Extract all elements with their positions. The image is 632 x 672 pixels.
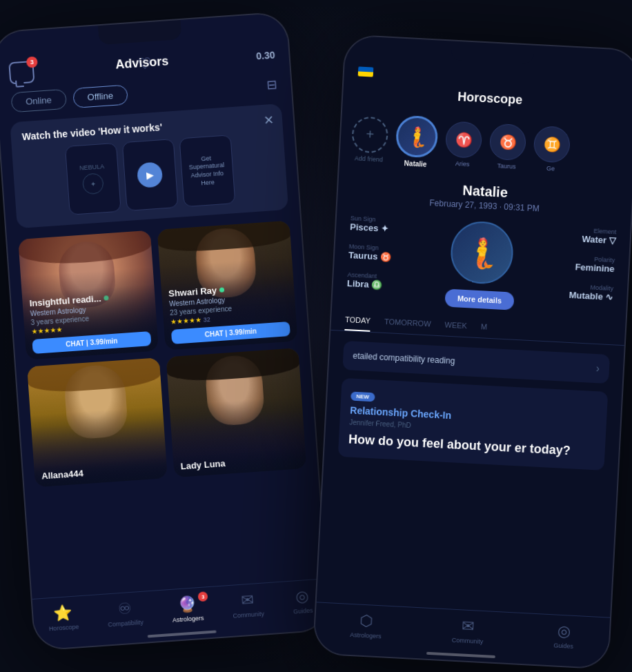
nav-community-right[interactable]: ✉ Community xyxy=(452,617,484,645)
tab-offline[interactable]: Offline xyxy=(72,85,128,108)
tab-tomorrow[interactable]: TOMORROW xyxy=(384,312,431,335)
online-indicator-2 xyxy=(219,287,224,292)
add-friend-label: Add friend xyxy=(355,155,383,163)
more-details-button[interactable]: More details xyxy=(444,289,514,310)
gemini-sign-button[interactable]: ♊ Ge xyxy=(533,125,571,172)
nav-guides[interactable]: ◎ Guides xyxy=(292,587,313,615)
advisor-card-2[interactable]: Shwari Ray Western Astrology 23 years ex… xyxy=(157,221,298,350)
community-nav-label: Community xyxy=(233,611,264,620)
phone-right: Horoscope + Add friend 🧜 Natalie xyxy=(313,34,632,669)
taurus-sign-button[interactable]: ♉ Taurus xyxy=(488,123,526,170)
phone-left-screen: 3 ♡ Advisors 0.30 Online Offline ⊟ Watch… xyxy=(0,12,329,650)
taurus-label: Taurus xyxy=(497,162,516,170)
compatibility-text: etailed compatibility reading xyxy=(353,351,455,366)
advisor-card-4[interactable]: Lady Luna xyxy=(166,348,307,477)
guides-right-icon: ◎ xyxy=(557,622,571,641)
phone-right-screen: Horoscope + Add friend 🧜 Natalie xyxy=(314,35,632,668)
bottom-nav-right: ⬡ Astrologers ✉ Community ◎ Guides xyxy=(314,602,610,668)
astro-right-col: Element Water ▽ Polarity Feminine Modali… xyxy=(520,224,616,302)
gemini-circle: ♊ xyxy=(533,125,571,163)
astro-center-col: 🧜 More details xyxy=(444,220,518,310)
aries-circle: ♈ xyxy=(445,121,483,159)
chat-badge: 3 xyxy=(26,57,38,68)
advisor-card-3[interactable]: Allana444 xyxy=(27,357,168,487)
phone-right-frame: Horoscope + Add friend 🧜 Natalie xyxy=(313,34,632,669)
avatar-ring: 🧜 xyxy=(395,115,439,159)
chat-icon-container[interactable]: 3 xyxy=(8,61,34,84)
avatar-name: Natalie xyxy=(404,159,426,168)
daily-content: etailed compatibility reading › NEW Rela… xyxy=(324,330,624,481)
bottom-nav-left: ⭐ Horoscope ♾ Compatibility 🔮 3 Astrolog… xyxy=(32,578,329,650)
close-banner-button[interactable]: ✕ xyxy=(263,112,274,128)
moon-sign-item: Moon sign Taurus ♉ xyxy=(348,243,442,265)
astrologers-right-icon: ⬡ xyxy=(359,612,373,631)
compatibility-arrow: › xyxy=(595,362,600,375)
add-circle-icon: + xyxy=(351,116,389,154)
astro-grid: Sun sign Pisces ✦ Moon sign Taurus ♉ Asc… xyxy=(332,208,631,322)
astrologers-nav-label: Astrologers xyxy=(172,615,204,624)
astrologers-right-label: Astrologers xyxy=(350,631,382,640)
center-mermaid-icon: 🧜 xyxy=(463,235,500,270)
play-button[interactable]: ▶ xyxy=(137,161,163,188)
ukraine-flag xyxy=(358,66,374,77)
astrologers-badge: 3 xyxy=(198,591,208,602)
polarity-item: Polarity Feminine xyxy=(521,252,615,274)
tab-today[interactable]: TODAY xyxy=(344,310,371,332)
center-avatar: 🧜 xyxy=(449,220,515,286)
tab-month[interactable]: M xyxy=(480,317,488,337)
page-title-left: Advisors xyxy=(115,54,169,72)
aries-sign-button[interactable]: ♈ Aries xyxy=(444,121,482,168)
phones-preview: NEBULA ✦ ▶ Get Supernatural Advisor xyxy=(23,132,277,218)
nav-compatibility[interactable]: ♾ Compatibility xyxy=(106,599,144,628)
horoscope-nav-icon: ⭐ xyxy=(53,604,73,623)
nav-guides-right[interactable]: ◎ Guides xyxy=(553,622,575,649)
advisor-card-1[interactable]: Insightful readi... Western Astrology 3 … xyxy=(18,230,159,360)
filter-icon[interactable]: ⊟ xyxy=(266,77,277,92)
guides-right-label: Guides xyxy=(553,642,573,649)
compatibility-nav-icon: ♾ xyxy=(117,600,132,618)
nav-astrologers[interactable]: 🔮 3 Astrologers xyxy=(171,595,204,624)
mini-phone-2: ▶ xyxy=(121,139,178,211)
new-badge: NEW xyxy=(350,392,375,402)
element-item: Element Water ▽ xyxy=(523,224,617,246)
guides-nav-label: Guides xyxy=(293,607,313,615)
phone-left: 3 ♡ Advisors 0.30 Online Offline ⊟ Watch… xyxy=(0,11,330,651)
community-right-label: Community xyxy=(452,637,484,645)
coins-display: 0.30 xyxy=(256,50,275,62)
astrologers-nav-icon: 🔮 xyxy=(177,595,197,614)
sun-sign-item: Sun sign Pisces ✦ xyxy=(350,215,444,237)
mini-phone-3: Get Supernatural Advisor Info Here xyxy=(179,135,235,207)
phone-left-frame: 3 ♡ Advisors 0.30 Online Offline ⊟ Watch… xyxy=(0,11,330,651)
astro-left-col: Sun sign Pisces ✦ Moon sign Taurus ♉ Asc… xyxy=(347,215,444,293)
community-nav-icon: ✉ xyxy=(241,591,255,610)
horoscope-nav-label: Horoscope xyxy=(48,623,79,632)
advisor-overlay-1: Insightful readi... Western Astrology 3 … xyxy=(22,284,159,360)
community-right-icon: ✉ xyxy=(462,617,475,635)
mini-phone-1: NEBULA ✦ xyxy=(64,143,121,215)
video-banner[interactable]: Watch the video 'How it works' ✕ NEBULA … xyxy=(10,103,288,228)
tab-online[interactable]: Online xyxy=(10,89,66,112)
advisor-name-4: Lady Luna xyxy=(180,453,299,471)
advisor-name-3: Allana444 xyxy=(41,463,161,482)
horoscope-avatar-natalie[interactable]: 🧜 Natalie xyxy=(395,115,439,169)
chat-button-1[interactable]: CHAT | 3.99/min xyxy=(32,331,151,354)
taurus-circle: ♉ xyxy=(489,123,527,161)
gemini-label: Ge xyxy=(546,164,555,172)
banner-title: Watch the video 'How it works' xyxy=(21,121,162,142)
nav-horoscope[interactable]: ⭐ Horoscope xyxy=(47,603,79,632)
app-scene: 3 ♡ Advisors 0.30 Online Offline ⊟ Watch… xyxy=(0,0,632,672)
compatibility-row[interactable]: etailed compatibility reading › xyxy=(342,341,610,384)
modality-item: Modality Mutable ∿ xyxy=(520,280,613,302)
aries-label: Aries xyxy=(455,160,470,168)
chat-button-2[interactable]: CHAT | 3.99/min xyxy=(171,322,290,344)
relationship-card[interactable]: NEW Relationship Check-In Jennifer Freed… xyxy=(338,378,608,471)
advisor-grid: Insightful readi... Western Astrology 3 … xyxy=(7,219,317,488)
tab-week[interactable]: WEEK xyxy=(444,315,468,337)
online-indicator-1 xyxy=(103,295,108,300)
advisor-overlay-2: Shwari Ray Western Astrology 23 years ex… xyxy=(161,274,297,350)
guides-nav-icon: ◎ xyxy=(295,587,310,606)
add-friend-button[interactable]: + Add friend xyxy=(350,116,388,164)
compatibility-nav-label: Compatibility xyxy=(108,619,144,629)
nav-astrologers-right[interactable]: ⬡ Astrologers xyxy=(350,611,383,640)
nav-community[interactable]: ✉ Community xyxy=(231,591,264,620)
